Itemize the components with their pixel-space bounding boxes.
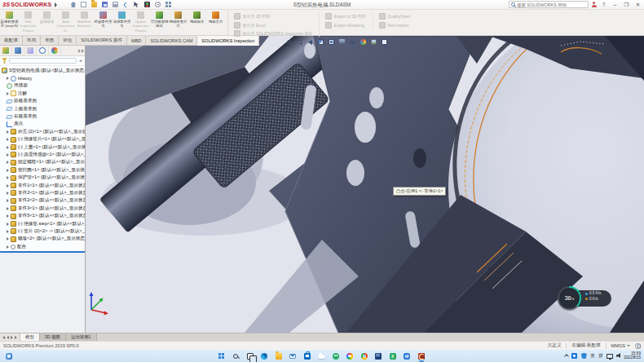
- taskbar-icon[interactable]: [289, 351, 298, 360]
- headsup-icon[interactable]: [338, 38, 346, 46]
- export-item[interactable]: 导出至 SOLIDWORKS Inspection 项目: [234, 30, 312, 37]
- expand-arrow-icon[interactable]: [7, 199, 9, 202]
- tree-item[interactable]: 零件2<2> (默认<<默认>_显示状态: [0, 197, 85, 205]
- ribbon-button[interactable]: Add/Edit Balloons: [75, 10, 94, 35]
- tree-item[interactable]: 右视基准面: [0, 113, 85, 120]
- model-bore-2[interactable]: [346, 160, 364, 186]
- headsup-icon[interactable]: [381, 38, 388, 46]
- taskbar-clock[interactable]: 15:59 2022/8/15: [624, 351, 641, 361]
- scroll-right-icon[interactable]: [11, 336, 13, 339]
- expand-arrow-icon[interactable]: [7, 192, 9, 195]
- taskbar-icon[interactable]: [232, 351, 240, 360]
- headsup-icon[interactable]: [296, 38, 303, 46]
- expand-arrow-icon[interactable]: [7, 230, 9, 233]
- ribbon-button[interactable]: 移除零件序号: [94, 10, 112, 35]
- taskbar-icon[interactable]: [217, 351, 226, 360]
- ribbon-button[interactable]: 选择零件序号: [112, 10, 131, 35]
- model-hole-dark[interactable]: [413, 148, 426, 168]
- expand-arrow-icon[interactable]: [7, 237, 9, 241]
- quick-access-icon[interactable]: [69, 1, 77, 8]
- ribbon-button[interactable]: 编辑卖方: [206, 10, 225, 35]
- ribbon-button[interactable]: Add Characteristic: [56, 10, 75, 35]
- ribbon-button[interactable]: Update Inspection Project: [131, 10, 150, 35]
- expand-arrow-icon[interactable]: [7, 176, 9, 179]
- model-bore-3[interactable]: [369, 87, 384, 108]
- ribbon-button[interactable]: 编辑检查方式: [169, 10, 187, 35]
- quick-access-icon[interactable]: [101, 1, 108, 8]
- panel-tab[interactable]: [49, 46, 61, 56]
- units-selector[interactable]: MMGS: [611, 343, 630, 348]
- headsup-icon[interactable]: [307, 38, 314, 46]
- command-tab[interactable]: SOLIDWORKS CAM: [146, 36, 197, 46]
- taskbar-icon[interactable]: [302, 351, 311, 360]
- taskbar-icon[interactable]: [374, 351, 383, 360]
- command-tab[interactable]: 布局: [23, 36, 41, 46]
- command-tab[interactable]: 评估: [59, 36, 77, 46]
- filter-dropdown-icon[interactable]: [79, 60, 82, 62]
- tree-item[interactable]: (-) 垫片 (2)<2> -> (默认<<默认>_: [0, 227, 85, 235]
- tree-item[interactable]: 注解: [0, 90, 85, 97]
- view-tab[interactable]: 模型: [20, 333, 40, 341]
- panel-tabs-overflow[interactable]: [77, 50, 85, 52]
- headsup-icon[interactable]: [349, 38, 356, 46]
- quick-access-icon[interactable]: [112, 1, 119, 8]
- expand-arrow-icon[interactable]: [7, 153, 9, 157]
- export-item[interactable]: Export eDrawing: [325, 22, 366, 29]
- ime-indicator[interactable]: 拼: [598, 353, 602, 359]
- headsup-icon[interactable]: [370, 38, 377, 46]
- view-tab[interactable]: 运动算例1: [66, 333, 97, 341]
- scroll-left-icon[interactable]: [7, 336, 9, 339]
- tree-item[interactable]: 零件1<1> (默认<<默认>_显示状态: [0, 182, 85, 189]
- taskbar-icon[interactable]: [388, 351, 397, 360]
- ribbon-button[interactable]: 启动模板编辑器: [150, 10, 169, 35]
- headsup-icon[interactable]: [359, 38, 367, 46]
- panel-tab[interactable]: [12, 46, 24, 56]
- scroll-first-icon[interactable]: [2, 336, 5, 339]
- ribbon-button[interactable]: Edit Inspection Project: [19, 10, 37, 35]
- tray-volume-icon[interactable]: [617, 353, 620, 358]
- tray-display-icon[interactable]: [607, 354, 613, 359]
- expand-arrow-icon[interactable]: [7, 77, 9, 80]
- quick-access-icon[interactable]: [122, 1, 130, 8]
- expand-arrow-icon[interactable]: [7, 207, 9, 210]
- panel-tab[interactable]: [0, 46, 12, 56]
- close-button[interactable]: ✕: [633, 1, 642, 9]
- ribbon-button[interactable]: 新建检查项目 (amp;N): [0, 10, 19, 35]
- tray-security-shield-icon[interactable]: [581, 353, 587, 360]
- expand-arrow-icon[interactable]: [7, 138, 9, 141]
- headsup-icon[interactable]: [317, 38, 324, 46]
- headsup-icon[interactable]: [328, 38, 335, 46]
- taskbar-icon[interactable]: [317, 351, 326, 360]
- taskbar-widgets-icon[interactable]: [4, 351, 13, 360]
- export-item[interactable]: QualityXpert: [379, 13, 410, 20]
- quick-access-icon[interactable]: [133, 1, 140, 8]
- export-item[interactable]: 导出至 2D PDF: [234, 13, 312, 20]
- tree-item[interactable]: (-) 绝缘垫片<1> (默认<<默认>_显示: [0, 136, 85, 143]
- tree-item[interactable]: 密封圈<1> (默认<<默认>_显示状态: [0, 166, 85, 174]
- expand-arrow-icon[interactable]: [7, 169, 9, 172]
- tray-chevron-up-icon[interactable]: [564, 355, 569, 360]
- tree-item[interactable]: 零件5<1> (默认<<默认>_显示状态: [0, 212, 85, 219]
- view-tab[interactable]: 3D 视图: [40, 333, 66, 341]
- tree-item[interactable]: 上视基准面: [0, 105, 85, 113]
- expand-arrow-icon[interactable]: [7, 146, 9, 149]
- taskbar-icon[interactable]: [346, 351, 355, 360]
- tree-item[interactable]: History: [0, 74, 85, 82]
- tree-item[interactable]: 配合: [0, 243, 85, 250]
- language-indicator[interactable]: 英: [590, 353, 594, 359]
- expand-arrow-icon[interactable]: [7, 245, 9, 249]
- expand-arrow-icon[interactable]: [7, 184, 9, 188]
- command-tab[interactable]: SOLIDWORKS Inspection: [197, 36, 259, 46]
- tray-onedrive-icon[interactable]: [571, 353, 577, 359]
- tree-item[interactable]: 螺母<2> (默认<<默认>_显示状态: [0, 236, 85, 243]
- tree-item[interactable]: 零件3<1> (默认<<默认>_显示状态: [0, 205, 85, 212]
- export-item[interactable]: 导出至 Excel: [234, 22, 312, 29]
- quick-access-icon[interactable]: [90, 1, 98, 8]
- tree-item[interactable]: 保护管<1> (默认<<默认>_显示状态: [0, 174, 85, 181]
- quick-access-icon[interactable]: [80, 1, 87, 8]
- tree-item[interactable]: 原点: [0, 121, 85, 128]
- quick-access-icon[interactable]: [143, 1, 151, 8]
- expand-arrow-icon[interactable]: [7, 161, 9, 164]
- panel-tab[interactable]: [37, 46, 49, 56]
- tree-filter-input[interactable]: [10, 59, 76, 63]
